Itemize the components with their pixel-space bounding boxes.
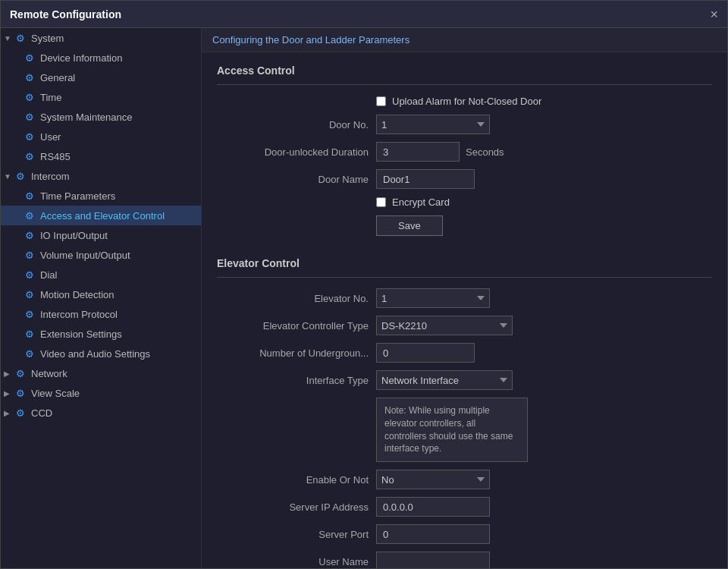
elevator-control-title: Elevator Control bbox=[217, 257, 712, 269]
door-no-row: Door No. 1 2 3 4 bbox=[217, 115, 712, 134]
gear-icon-io: ⚙ bbox=[24, 229, 36, 241]
duration-suffix: Seconds bbox=[466, 146, 504, 158]
sidebar-item-ccd[interactable]: ▶ ⚙ CCD bbox=[1, 403, 201, 423]
gear-icon-dial: ⚙ bbox=[24, 269, 36, 281]
sidebar-item-system[interactable]: ▼ ⚙ System bbox=[1, 28, 201, 48]
sidebar-item-extension-settings[interactable]: ⚙ Extension Settings bbox=[1, 324, 201, 344]
sidebar-label-general: General bbox=[40, 72, 195, 83]
sidebar-item-io-input-output[interactable]: ⚙ IO Input/Output bbox=[1, 225, 201, 245]
sidebar-item-rs485[interactable]: ⚙ RS485 bbox=[1, 146, 201, 166]
server-port-row: Server Port bbox=[217, 524, 712, 544]
gear-icon-device: ⚙ bbox=[24, 52, 36, 64]
gear-icon-motion: ⚙ bbox=[24, 288, 36, 300]
gear-icon-system-maintenance: ⚙ bbox=[24, 111, 36, 123]
gear-icon-time: ⚙ bbox=[24, 91, 36, 103]
sidebar-label-device-information: Device Information bbox=[40, 52, 195, 64]
network-folder-icon: ⚙ bbox=[14, 367, 27, 379]
encrypt-card-row: Encrypt Card bbox=[376, 196, 712, 208]
ccd-folder-icon: ⚙ bbox=[14, 407, 27, 419]
sidebar-item-network[interactable]: ▶ ⚙ Network bbox=[1, 363, 201, 383]
gear-icon-rs485: ⚙ bbox=[24, 150, 36, 162]
intercom-folder-icon: ⚙ bbox=[14, 170, 27, 182]
right-panel: Configuring the Door and Ladder Paramete… bbox=[202, 28, 727, 568]
elevator-no-row: Elevator No. 1 2 3 bbox=[217, 288, 712, 308]
gear-icon-intercom-protocol: ⚙ bbox=[24, 308, 36, 320]
access-save-container: Save bbox=[217, 215, 712, 247]
sidebar-item-motion-detection[interactable]: ⚙ Motion Detection bbox=[1, 284, 201, 304]
door-name-label: Door Name bbox=[217, 174, 369, 185]
sidebar-label-access-elevator: Access and Elevator Control bbox=[40, 210, 195, 222]
sidebar-label-rs485: RS485 bbox=[40, 151, 195, 162]
sidebar-item-view-scale[interactable]: ▶ ⚙ View Scale bbox=[1, 383, 201, 403]
sidebar-item-access-elevator-control[interactable]: ⚙ Access and Elevator Control bbox=[1, 206, 201, 225]
sidebar-label-time-parameters: Time Parameters bbox=[40, 190, 195, 202]
sidebar-label-system: System bbox=[31, 33, 195, 44]
sidebar-label-io: IO Input/Output bbox=[40, 230, 195, 241]
sidebar-item-user[interactable]: ⚙ User bbox=[1, 127, 201, 146]
gear-icon-user: ⚙ bbox=[24, 130, 36, 143]
panel-content: Access Control Upload Alarm for Not-Clos… bbox=[202, 52, 727, 568]
sidebar-label-extension: Extension Settings bbox=[40, 329, 195, 340]
access-control-title: Access Control bbox=[217, 64, 712, 77]
sidebar-label-video-audio: Video and Audio Settings bbox=[40, 348, 195, 360]
arrow-right-icon-ccd: ▶ bbox=[4, 409, 14, 417]
upload-alarm-checkbox[interactable] bbox=[376, 96, 386, 106]
server-port-input[interactable] bbox=[376, 524, 490, 544]
sidebar-item-volume-input-output[interactable]: ⚙ Volume Input/Output bbox=[1, 245, 201, 265]
encrypt-card-label: Encrypt Card bbox=[392, 196, 450, 208]
user-name-row: User Name bbox=[217, 552, 712, 568]
window-title: Remote Configuration bbox=[10, 8, 121, 20]
door-duration-input[interactable] bbox=[376, 142, 460, 162]
sidebar-item-device-information[interactable]: ⚙ Device Information bbox=[1, 48, 201, 68]
arrow-right-icon-network: ▶ bbox=[4, 369, 14, 378]
enable-or-not-select[interactable]: No Yes bbox=[376, 470, 490, 489]
underground-row: Number of Undergroun... bbox=[217, 343, 712, 363]
sidebar-item-time-parameters[interactable]: ⚙ Time Parameters bbox=[1, 186, 201, 206]
sidebar-label-dial: Dial bbox=[40, 269, 195, 281]
interface-type-select[interactable]: Network Interface RS485 bbox=[376, 370, 513, 390]
user-name-input[interactable] bbox=[376, 552, 490, 568]
sidebar-item-intercom-protocol[interactable]: ⚙ Intercom Protocol bbox=[1, 304, 201, 324]
enable-or-not-row: Enable Or Not No Yes bbox=[217, 470, 712, 489]
gear-icon-time-params: ⚙ bbox=[24, 190, 36, 202]
sidebar-label-intercom-protocol: Intercom Protocol bbox=[40, 309, 195, 320]
elevator-no-select[interactable]: 1 2 3 bbox=[376, 288, 490, 308]
sidebar-label-ccd: CCD bbox=[31, 407, 195, 419]
sidebar-item-dial[interactable]: ⚙ Dial bbox=[1, 265, 201, 284]
access-control-divider bbox=[217, 84, 712, 85]
title-bar: Remote Configuration × bbox=[1, 1, 727, 28]
system-folder-icon: ⚙ bbox=[14, 32, 27, 44]
encrypt-card-checkbox[interactable] bbox=[376, 197, 386, 207]
breadcrumb: Configuring the Door and Ladder Paramete… bbox=[202, 28, 727, 52]
sidebar-item-time[interactable]: ⚙ Time bbox=[1, 87, 201, 107]
gear-icon-general: ⚙ bbox=[24, 71, 36, 83]
gear-icon-volume: ⚙ bbox=[24, 249, 36, 261]
access-save-button[interactable]: Save bbox=[376, 215, 443, 236]
close-button[interactable]: × bbox=[710, 8, 718, 21]
server-ip-input[interactable] bbox=[376, 497, 490, 517]
sidebar-item-video-audio-settings[interactable]: ⚙ Video and Audio Settings bbox=[1, 344, 201, 363]
underground-input[interactable] bbox=[376, 343, 475, 363]
gear-icon-extension: ⚙ bbox=[24, 328, 36, 340]
remote-config-window: Remote Configuration × ▼ ⚙ System ⚙ Devi… bbox=[0, 0, 728, 569]
breadcrumb-text: Configuring the Door and Ladder Paramete… bbox=[212, 34, 410, 46]
sidebar-item-system-maintenance[interactable]: ⚙ System Maintenance bbox=[1, 107, 201, 127]
sidebar: ▼ ⚙ System ⚙ Device Information ⚙ Genera… bbox=[1, 28, 202, 568]
sidebar-item-general[interactable]: ⚙ General bbox=[1, 68, 201, 87]
elevator-controller-type-select[interactable]: DS-K2210 DS-K2220 bbox=[376, 316, 513, 335]
sidebar-label-motion-detection: Motion Detection bbox=[40, 289, 195, 300]
elevator-controller-type-row: Elevator Controller Type DS-K2210 DS-K22… bbox=[217, 316, 712, 335]
gear-icon-video-audio: ⚙ bbox=[24, 347, 36, 360]
user-name-label: User Name bbox=[217, 556, 369, 567]
door-duration-label: Door-unlocked Duration bbox=[217, 146, 369, 158]
sidebar-label-network: Network bbox=[31, 368, 195, 379]
server-ip-label: Server IP Address bbox=[217, 501, 369, 513]
arrow-right-icon-view-scale: ▶ bbox=[4, 389, 14, 398]
door-no-label: Door No. bbox=[217, 119, 369, 130]
server-ip-row: Server IP Address bbox=[217, 497, 712, 517]
sidebar-item-intercom[interactable]: ▼ ⚙ Intercom bbox=[1, 166, 201, 186]
door-no-select[interactable]: 1 2 3 4 bbox=[376, 115, 490, 134]
underground-label: Number of Undergroun... bbox=[217, 347, 369, 359]
door-name-row: Door Name bbox=[217, 169, 712, 189]
door-name-input[interactable] bbox=[376, 169, 475, 189]
